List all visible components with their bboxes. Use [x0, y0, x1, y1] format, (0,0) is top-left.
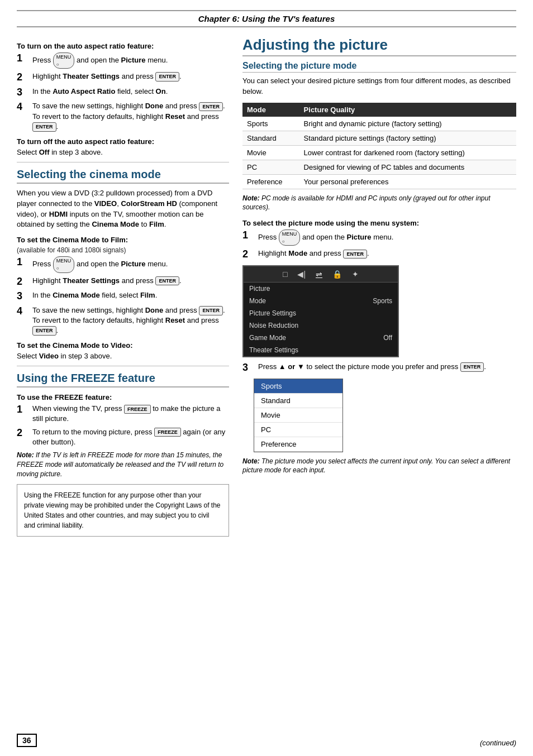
tv-row-label: Noise Reduction	[249, 322, 298, 329]
tv-icon-settings: ⇌	[316, 270, 322, 279]
freeze-use-heading: To use the FREEZE feature:	[17, 393, 229, 401]
enter-btn-cinema-1: ENTER	[155, 276, 179, 286]
tv-menu-row: Picture	[244, 283, 398, 295]
film-field-bold: Film	[140, 291, 155, 299]
picture-bold-1: Picture	[121, 56, 145, 64]
step-3: 3 In the Auto Aspect Ratio field, select…	[17, 87, 229, 99]
video-select-bold: Video	[39, 352, 59, 360]
mode-table-body: SportsBright and dynamic picture (factor…	[242, 117, 516, 189]
note-bold-freeze: Note:	[17, 451, 34, 459]
freeze-step-1-content: When viewing the TV, press FREEZE to mak…	[32, 404, 229, 424]
copyright-text: Using the FREEZE function for any purpos…	[24, 491, 221, 529]
step-2-content: Highlight Theater Settings and press ENT…	[32, 71, 229, 82]
table-row: SportsBright and dynamic picture (factor…	[242, 117, 516, 131]
theater-settings-bold-1: Theater Settings	[63, 72, 120, 80]
final-note-bold: Note:	[242, 457, 260, 465]
cinema-step-1-content: Press MENU○ and open the Picture menu.	[32, 256, 229, 272]
tv-menu-icons-row: □ ◀| ⇌ 🔒 ✦	[244, 266, 398, 283]
cinema-step-num-1: 1	[17, 256, 30, 269]
tv-menu-rows: PictureModeSportsPicture SettingsNoise R…	[244, 283, 398, 356]
tv-menu-row: Picture Settings	[244, 307, 398, 319]
quality-cell: Lower contrast for darkened room (factor…	[299, 145, 516, 160]
chapter-header: Chapter 6: Using the TV's features	[17, 10, 516, 27]
note-text-picture: PC mode is available for HDMI and PC inp…	[242, 194, 491, 212]
pm-step-2-content: Highlight Mode and press ENTER.	[258, 248, 516, 259]
picture-mode-note: Note: PC mode is available for HDMI and …	[242, 194, 516, 213]
freeze-step-2-content: To return to the moving picture, press F…	[32, 427, 229, 447]
cinema-mode-field-bold: Cinema Mode	[53, 291, 100, 299]
step-2: 2 Highlight Theater Settings and press E…	[17, 71, 229, 84]
tv-row-label: Mode	[249, 297, 266, 305]
page-number: 36	[17, 734, 37, 747]
enter-btn-pm: ENTER	[343, 250, 367, 259]
mode-cell: Standard	[242, 131, 299, 145]
freeze-note: Note: If the TV is left in FREEZE mode f…	[17, 451, 229, 479]
cinema-step-3: 3 In the Cinema Mode field, select Film.	[17, 290, 229, 303]
film-bold: Film	[149, 220, 164, 228]
pm-step-1-content: Press MENU○ and open the Picture menu.	[258, 229, 516, 246]
tv-row-label: Picture	[249, 285, 270, 293]
menu-button-1: MENU○	[53, 52, 75, 69]
tv-menu-row: Theater Settings	[244, 344, 398, 356]
two-column-layout: To turn on the auto aspect ratio feature…	[17, 36, 516, 537]
menu-button-cinema-1: MENU○	[53, 256, 75, 272]
cinema-step-num-4: 4	[17, 305, 30, 318]
step-4-content: To save the new settings, highlight Done…	[32, 101, 229, 132]
list-item: Sports	[254, 379, 342, 394]
cinema-step-4: 4 To save the new settings, highlight Do…	[17, 305, 229, 336]
final-note-text: The picture mode you select affects the …	[242, 457, 510, 475]
step-num-1: 1	[17, 52, 30, 65]
mode-cell: Preference	[242, 174, 299, 189]
cinema-mode-section: Selecting the cinema mode When you view …	[17, 168, 229, 360]
enter-btn-1: ENTER	[155, 72, 179, 82]
freeze-step-num-2: 2	[17, 427, 30, 439]
picture-mode-steps: 1 Press MENU○ and open the Picture menu.…	[242, 229, 516, 261]
mode-cell: PC	[242, 160, 299, 174]
table-row: MovieLower contrast for darkened room (f…	[242, 145, 516, 160]
tv-menu: □ ◀| ⇌ 🔒 ✦ PictureModeSportsPicture Sett…	[242, 265, 399, 357]
pm-step-2: 2 Highlight Mode and press ENTER.	[242, 248, 516, 261]
divider-1	[17, 162, 229, 162]
right-column: Adjusting the picture Selecting the pict…	[242, 36, 516, 537]
cinema-step-2: 2 Highlight Theater Settings and press E…	[17, 276, 229, 288]
quality-cell: Bright and dynamic picture (factory sett…	[299, 117, 516, 131]
mode-table: Mode Picture Quality SportsBright and dy…	[242, 103, 516, 189]
cinema-step-1: 1 Press MENU○ and open the Picture menu.	[17, 256, 229, 272]
enter-btn-cinema-3: ENTER	[32, 326, 56, 336]
mode-bold-pm: Mode	[288, 249, 307, 257]
freeze-btn-2: FREEZE	[154, 428, 181, 437]
tv-row-value: Sports	[373, 297, 392, 305]
divider-2	[17, 366, 229, 366]
step-num-3: 3	[17, 87, 30, 99]
cinema-film-steps: 1 Press MENU○ and open the Picture menu.…	[17, 256, 229, 336]
table-row: StandardStandard picture settings (facto…	[242, 131, 516, 145]
freeze-step-1: 1 When viewing the TV, press FREEZE to m…	[17, 404, 229, 424]
pm-step-3-content: Press ▲ or ▼ to select the picture mode …	[258, 362, 516, 372]
picture-mode-intro: You can select your desired picture sett…	[242, 76, 516, 97]
step-num-2: 2	[17, 71, 30, 84]
enter-btn-cinema-2: ENTER	[199, 306, 223, 315]
mode-col-header: Mode	[242, 103, 299, 117]
tv-menu-row: Noise Reduction	[244, 319, 398, 332]
colorstream-bold: ColorStream HD	[121, 199, 177, 208]
arrow-symbols: ▲ or ▼	[279, 362, 304, 371]
cinema-step-4-content: To save the new settings, highlight Done…	[32, 305, 229, 336]
auto-aspect-off-heading: To turn off the auto aspect ratio featur…	[17, 137, 229, 146]
cinema-mode-bold: Cinema Mode	[92, 220, 139, 228]
quality-cell: Standard picture settings (factory setti…	[299, 131, 516, 145]
hdmi-bold: HDMI	[49, 210, 68, 218]
chapter-title: Chapter 6: Using the TV's features	[198, 14, 335, 23]
mode-cell: Movie	[242, 145, 299, 160]
tv-icon-av: ◀|	[297, 270, 306, 279]
picture-bold-pm: Picture	[346, 233, 371, 241]
step-3-content: In the Auto Aspect Ratio field, select O…	[32, 87, 229, 97]
reset-bold-2: Reset	[165, 316, 185, 324]
off-bold: Off	[39, 148, 50, 156]
freeze-title: Using the FREEZE feature	[17, 372, 229, 387]
cinema-sub-note: (available for 480i and 1080i signals)	[17, 246, 229, 254]
step-1: 1 Press MENU○ and open the Picture menu.	[17, 52, 229, 69]
mode-cell: Sports	[242, 117, 299, 131]
pm-step-1: 1 Press MENU○ and open the Picture menu.	[242, 229, 516, 246]
quality-cell: Your personal preferences	[299, 174, 516, 189]
table-row: PreferenceYour personal preferences	[242, 174, 516, 189]
